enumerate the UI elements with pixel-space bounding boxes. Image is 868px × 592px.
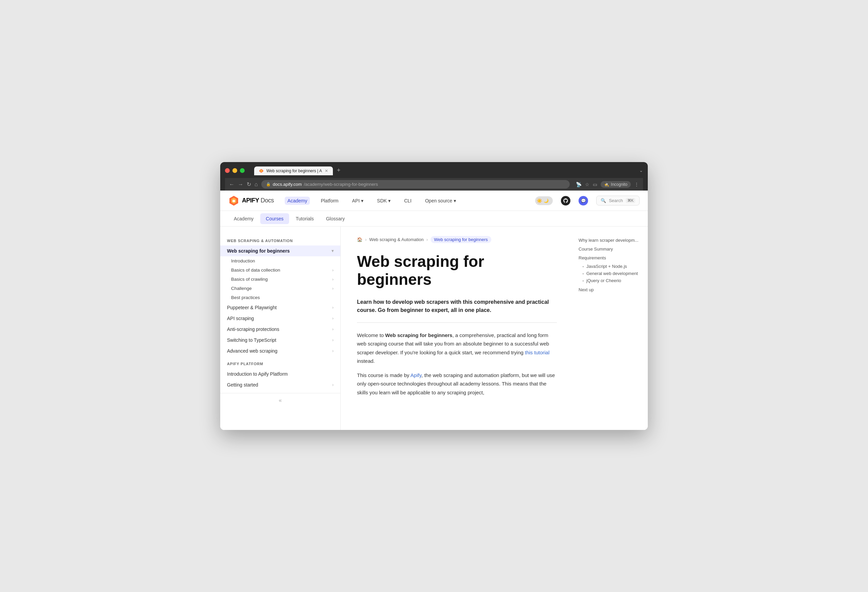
page-content: APIFY Docs Academy Platform API ▾ SDK ▾ … bbox=[220, 190, 648, 430]
toc-item-1[interactable]: Course Summary bbox=[579, 245, 642, 253]
sidebar-item-api-scraping[interactable]: API scraping › bbox=[220, 313, 340, 324]
top-nav: APIFY Docs Academy Platform API ▾ SDK ▾ … bbox=[220, 190, 648, 211]
menu-icon[interactable]: ⋮ bbox=[634, 182, 639, 187]
browser-controls: Web scraping for beginners | A ✕ + ⌄ bbox=[225, 165, 643, 175]
tutorial-link[interactable]: this tutorial bbox=[525, 350, 550, 355]
sidebar-item-basics-crawling[interactable]: Basics of crawling › bbox=[220, 275, 340, 284]
sidebar-item-getting-started[interactable]: Getting started › bbox=[220, 379, 340, 390]
search-box[interactable]: 🔍 Search ⌘K bbox=[596, 196, 640, 205]
sidebar-item-anti-scraping[interactable]: Anti-scraping protections › bbox=[220, 324, 340, 335]
sub-nav-courses[interactable]: Courses bbox=[260, 213, 289, 224]
nav-item-opensource[interactable]: Open source ▾ bbox=[422, 197, 459, 205]
article-paragraph-2: This course is made by Apify, the web sc… bbox=[357, 371, 557, 397]
breadcrumb-sep-2: › bbox=[427, 237, 428, 242]
sidebar-collapse-button[interactable]: « bbox=[220, 393, 340, 408]
nav-item-platform[interactable]: Platform bbox=[318, 197, 341, 205]
chevron-right-icon: › bbox=[332, 305, 334, 310]
chevron-right-icon: › bbox=[332, 268, 334, 272]
url-box[interactable]: 🔒 docs.apify.com /academy/web-scraping-f… bbox=[261, 180, 570, 188]
back-button[interactable]: ← bbox=[229, 181, 235, 187]
sidebar-item-challenge[interactable]: Challenge › bbox=[220, 284, 340, 293]
search-icon: 🔍 bbox=[601, 198, 606, 203]
chevron-right-icon: › bbox=[332, 349, 334, 353]
api-chevron-icon: ▾ bbox=[361, 198, 363, 203]
sidebar-item-best-practices[interactable]: Best practices bbox=[220, 293, 340, 302]
article-title: Web scraping for beginners bbox=[357, 253, 557, 289]
toc-item-0[interactable]: Why learn scraper developm... bbox=[579, 236, 642, 245]
sidebar-section-apify-platform: APIFY PLATFORM bbox=[220, 359, 340, 368]
chevron-right-icon: › bbox=[332, 286, 334, 291]
sun-icon: ☀️ bbox=[536, 198, 542, 203]
discord-button[interactable]: 💬 bbox=[579, 196, 588, 205]
toc-item-2[interactable]: Requirements bbox=[579, 253, 642, 262]
sub-nav-academy[interactable]: Academy bbox=[228, 213, 259, 224]
nav-item-academy[interactable]: Academy bbox=[285, 197, 310, 205]
forward-button[interactable]: → bbox=[238, 181, 243, 187]
sdk-chevron-icon: ▾ bbox=[388, 198, 391, 203]
toc-panel: Why learn scraper developm... Course Sum… bbox=[573, 227, 648, 430]
toc-item-6[interactable]: Next up bbox=[579, 286, 642, 294]
url-domain: docs.apify.com bbox=[273, 182, 302, 187]
breadcrumb-parent-link[interactable]: Web scraping & Automation bbox=[369, 237, 424, 242]
sidebar-item-typescript[interactable]: Switching to TypeScript › bbox=[220, 335, 340, 346]
article-paragraph-1: Welcome to Web scraping for beginners, a… bbox=[357, 331, 557, 365]
sidebar-section-web-scraping: WEB SCRAPING & AUTOMATION bbox=[220, 236, 340, 246]
sub-nav: Academy Courses Tutorials Glossary bbox=[220, 211, 648, 227]
incognito-label: Incognito bbox=[611, 182, 627, 187]
address-bar: ← → ↻ ⌂ 🔒 docs.apify.com /academy/web-sc… bbox=[225, 178, 643, 190]
nav-item-api[interactable]: API ▾ bbox=[350, 197, 366, 205]
tab-title: Web scraping for beginners | A bbox=[266, 168, 322, 173]
nav-item-cli[interactable]: CLI bbox=[402, 197, 414, 205]
nav-item-sdk[interactable]: SDK ▾ bbox=[374, 197, 393, 205]
close-button[interactable] bbox=[225, 168, 230, 173]
theme-toggle[interactable]: ☀️ 🌙 bbox=[535, 196, 553, 205]
active-tab[interactable]: Web scraping for beginners | A ✕ bbox=[254, 166, 333, 175]
apify-logo-icon bbox=[228, 195, 239, 206]
logo-area[interactable]: APIFY Docs bbox=[228, 195, 274, 206]
sidebar-toggle-icon[interactable]: ▭ bbox=[593, 182, 597, 187]
sidebar-item-puppeteer[interactable]: Puppeteer & Playwright › bbox=[220, 302, 340, 313]
address-bar-right: 📡 ☆ ▭ 🕵 Incognito ⋮ bbox=[576, 181, 639, 188]
logo-brand-text: APIFY Docs bbox=[242, 197, 274, 204]
bookmark-icon[interactable]: ☆ bbox=[585, 182, 589, 187]
content-area: 🏠 › Web scraping & Automation › Web scra… bbox=[341, 227, 573, 430]
breadcrumb-home-icon[interactable]: 🏠 bbox=[357, 237, 362, 242]
tabs-bar: Web scraping for beginners | A ✕ + bbox=[254, 165, 344, 175]
new-tab-button[interactable]: + bbox=[334, 165, 344, 175]
browser-minimize-icon[interactable]: ⌄ bbox=[639, 168, 643, 173]
tab-favicon bbox=[259, 168, 264, 173]
sidebar-item-advanced-scraping[interactable]: Advanced web scraping › bbox=[220, 346, 340, 356]
reload-button[interactable]: ↻ bbox=[247, 181, 251, 187]
sidebar: WEB SCRAPING & AUTOMATION Web scraping f… bbox=[220, 227, 341, 430]
sub-nav-tutorials[interactable]: Tutorials bbox=[291, 213, 319, 224]
article-bold-course-name: Web scraping for beginners bbox=[385, 332, 452, 338]
toc-sub-item-0[interactable]: JavaScript + Node.js bbox=[579, 263, 642, 270]
opensource-chevron-icon: ▾ bbox=[454, 198, 456, 203]
sub-nav-glossary[interactable]: Glossary bbox=[321, 213, 350, 224]
sidebar-item-introduction[interactable]: Introduction bbox=[220, 256, 340, 265]
tab-close-button[interactable]: ✕ bbox=[325, 168, 328, 173]
minimize-button[interactable] bbox=[232, 168, 237, 173]
sidebar-item-intro-apify-platform[interactable]: Introduction to Apify Platform bbox=[220, 368, 340, 379]
article-divider bbox=[357, 323, 557, 323]
breadcrumb: 🏠 › Web scraping & Automation › Web scra… bbox=[357, 236, 557, 243]
search-shortcut: ⌘K bbox=[626, 198, 635, 203]
home-button[interactable]: ⌂ bbox=[254, 181, 258, 187]
toc-sub-item-1[interactable]: General web development bbox=[579, 270, 642, 277]
chevron-right-icon: › bbox=[332, 316, 334, 321]
sidebar-item-web-scraping-beginners[interactable]: Web scraping for beginners ▾ bbox=[220, 246, 340, 256]
sidebar-item-basics-data-collection[interactable]: Basics of data collection › bbox=[220, 265, 340, 275]
chevron-down-icon: ▾ bbox=[332, 249, 334, 253]
apify-link[interactable]: Apify bbox=[410, 372, 421, 378]
chevron-right-icon: › bbox=[332, 338, 334, 342]
maximize-button[interactable] bbox=[240, 168, 245, 173]
chevron-right-icon: › bbox=[332, 277, 334, 282]
main-layout: WEB SCRAPING & AUTOMATION Web scraping f… bbox=[220, 227, 648, 430]
toc-sub-item-2[interactable]: jQuery or Cheerio bbox=[579, 277, 642, 284]
github-button[interactable] bbox=[561, 196, 570, 205]
incognito-badge: 🕵 Incognito bbox=[601, 181, 631, 188]
article-body: Welcome to Web scraping for beginners, a… bbox=[357, 331, 557, 397]
search-label: Search bbox=[609, 198, 623, 203]
cast-icon[interactable]: 📡 bbox=[576, 182, 582, 187]
github-icon bbox=[563, 198, 568, 203]
